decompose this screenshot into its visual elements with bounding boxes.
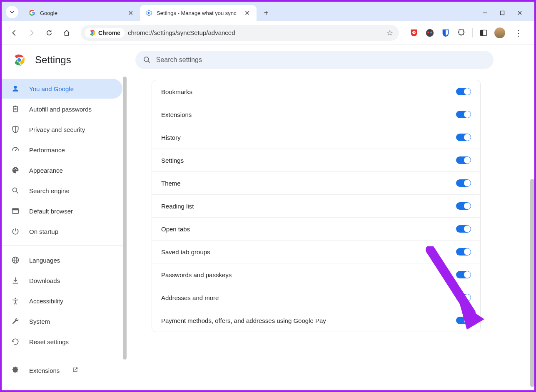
- sync-toggle[interactable]: [456, 156, 471, 164]
- svg-point-7: [426, 29, 434, 36]
- shield-icon: [11, 125, 20, 134]
- minimize-button[interactable]: [482, 10, 488, 17]
- svg-rect-18: [15, 106, 17, 107]
- accessibility-icon: [11, 297, 20, 305]
- google-favicon: [28, 9, 36, 17]
- sync-row-label: History: [161, 134, 181, 141]
- sync-row-saved-tab-groups: Saved tab groups: [152, 241, 480, 263]
- sync-row-label: Open tabs: [161, 226, 190, 233]
- sidebar-item-label: Downloads: [29, 277, 60, 284]
- sidebar-item-reset-settings[interactable]: Reset settings: [2, 332, 122, 352]
- new-tab-button[interactable]: +: [259, 6, 273, 20]
- extensions-puzzle-icon[interactable]: [456, 28, 466, 38]
- sync-row-payment-methods-offers-and-addresses-using-google-pay: Payment methods, offers, and addresses u…: [152, 309, 480, 332]
- download-icon: [11, 276, 20, 285]
- sidebar-item-system[interactable]: System: [2, 311, 122, 331]
- profile-avatar[interactable]: [494, 27, 505, 38]
- settings-title: Settings: [35, 54, 71, 66]
- tab-close-button[interactable]: ✕: [126, 8, 135, 18]
- search-placeholder: Search settings: [156, 56, 202, 64]
- sidebar-item-search-engine[interactable]: Search engine: [2, 181, 122, 201]
- divider: [2, 356, 127, 356]
- bitwarden-icon[interactable]: [441, 28, 451, 38]
- clipboard-icon: [11, 105, 20, 113]
- sync-toggle[interactable]: [456, 179, 471, 187]
- svg-point-35: [15, 298, 16, 299]
- tab-close-button[interactable]: ✕: [243, 8, 252, 18]
- home-button[interactable]: [60, 26, 73, 40]
- address-bar[interactable]: Chrome chrome://settings/syncSetup/advan…: [81, 25, 399, 41]
- sidebar-item-label: You and Google: [29, 85, 74, 92]
- sync-toggle[interactable]: [456, 294, 471, 301]
- side-panel-icon[interactable]: [479, 28, 489, 38]
- url-text: chrome://settings/syncSetup/advanced: [128, 29, 381, 36]
- tabs-dropdown-button[interactable]: [6, 6, 18, 18]
- svg-point-9: [430, 31, 432, 33]
- puzzle-icon: [11, 366, 20, 375]
- svg-rect-11: [481, 30, 484, 35]
- sync-toggle[interactable]: [456, 248, 471, 256]
- sync-row-label: Settings: [161, 157, 184, 164]
- sidebar-item-accessibility[interactable]: Accessibility: [2, 291, 122, 311]
- sidebar-item-extensions[interactable]: Extensions: [2, 360, 122, 380]
- chrome-logo-icon: [13, 54, 25, 66]
- sync-toggle[interactable]: [456, 225, 471, 233]
- chrome-menu-button[interactable]: ⋮: [511, 26, 526, 40]
- extension-icons: ⋮: [406, 26, 529, 40]
- external-link-icon: [72, 367, 78, 374]
- back-button[interactable]: [7, 26, 21, 40]
- maximize-button[interactable]: [499, 10, 505, 17]
- search-settings-input[interactable]: Search settings: [135, 51, 494, 69]
- sync-toggle[interactable]: [456, 111, 471, 118]
- sync-row-label: Passwords and passkeys: [161, 271, 232, 278]
- tab-settings[interactable]: Settings - Manage what you sync ✕: [140, 5, 257, 21]
- sync-toggle[interactable]: [456, 88, 471, 95]
- sync-toggle[interactable]: [456, 202, 471, 210]
- svg-line-27: [17, 192, 18, 194]
- sync-toggle[interactable]: [456, 134, 471, 141]
- svg-point-23: [14, 169, 15, 170]
- sidebar-item-on-startup[interactable]: On startup: [2, 221, 122, 241]
- reload-button[interactable]: [42, 26, 56, 40]
- sidebar-item-label: Privacy and security: [29, 126, 85, 133]
- sidebar-item-label: On startup: [29, 228, 58, 235]
- sidebar-item-performance[interactable]: Performance: [2, 140, 122, 160]
- sidebar-scrollbar[interactable]: [123, 77, 127, 360]
- tab-google[interactable]: Google ✕: [23, 5, 140, 21]
- site-chip[interactable]: Chrome: [85, 28, 125, 38]
- ublock-icon[interactable]: [409, 28, 419, 38]
- sidebar-item-appearance[interactable]: Appearance: [2, 160, 122, 180]
- svg-rect-3: [501, 11, 504, 15]
- sync-row-addresses-and-more: Addresses and more: [152, 286, 480, 309]
- forward-button[interactable]: [25, 26, 38, 40]
- tab-title: Settings - Manage what you sync: [157, 10, 239, 16]
- speed-icon: [11, 146, 20, 154]
- sidebar-item-downloads[interactable]: Downloads: [2, 270, 122, 290]
- wrench-icon: [11, 317, 20, 325]
- sidebar-item-default-browser[interactable]: Default browser: [2, 201, 122, 221]
- bookmark-star-icon[interactable]: ☆: [385, 27, 395, 39]
- chrome-icon: [89, 30, 96, 36]
- sync-row-label: Theme: [161, 180, 181, 187]
- sync-card: BookmarksExtensionsHistorySettingsThemeR…: [152, 80, 481, 332]
- browser-toolbar: Chrome chrome://settings/syncSetup/advan…: [2, 21, 534, 45]
- close-window-button[interactable]: [517, 10, 523, 17]
- divider: [2, 246, 127, 246]
- sidebar-item-autofill-passwords[interactable]: Autofill and passwords: [2, 99, 122, 119]
- tab-title: Google: [40, 10, 122, 16]
- sidebar-item-privacy-security[interactable]: Privacy and security: [2, 119, 122, 139]
- sidebar-item-label: Languages: [29, 257, 60, 264]
- search-icon: [143, 56, 151, 64]
- sync-row-theme: Theme: [152, 172, 480, 195]
- settings-header: Settings Search settings: [2, 45, 534, 75]
- sync-row-reading-list: Reading list: [152, 195, 480, 218]
- sidebar-item-languages[interactable]: Languages: [2, 250, 122, 270]
- sync-toggle[interactable]: [456, 271, 471, 278]
- sidebar-item-label: Default browser: [29, 208, 73, 215]
- extension-icon-2[interactable]: [425, 28, 435, 38]
- sidebar-item-you-and-google[interactable]: You and Google: [2, 79, 122, 99]
- sync-toggle[interactable]: [456, 317, 471, 324]
- sidebar-item-label: System: [29, 318, 50, 325]
- sync-row-label: Extensions: [161, 111, 192, 118]
- content-scrollbar[interactable]: [530, 179, 534, 387]
